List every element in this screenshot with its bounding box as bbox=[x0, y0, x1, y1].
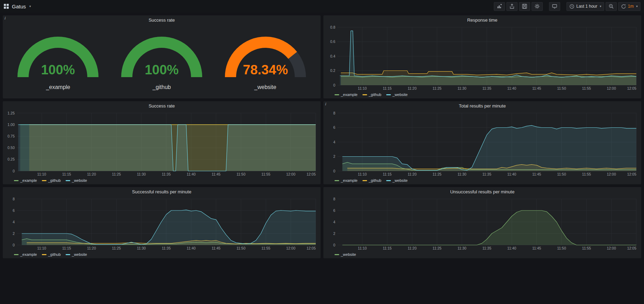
panel-header[interactable]: Successful results per minute bbox=[3, 187, 321, 196]
svg-text:11:35: 11:35 bbox=[482, 86, 491, 90]
chart-canvas-successful-per-minute[interactable]: 0246811:1011:1511:2011:2511:3011:3511:40… bbox=[4, 196, 319, 251]
svg-text:78.34%: 78.34% bbox=[243, 62, 288, 77]
legend-item-example[interactable]: _example bbox=[14, 252, 37, 257]
svg-text:11:35: 11:35 bbox=[482, 172, 491, 176]
share-dashboard-button[interactable] bbox=[506, 2, 518, 11]
legend-item-example[interactable]: _example bbox=[335, 178, 358, 183]
dashboard-title[interactable]: Gatus bbox=[12, 3, 26, 9]
panel-header[interactable]: Success rate bbox=[3, 101, 321, 110]
save-dashboard-button[interactable] bbox=[519, 2, 530, 11]
chart-canvas-response-time[interactable]: 00.20.40.60.811:1011:1511:2011:2511:3011… bbox=[325, 24, 640, 91]
time-range-picker-button[interactable]: Last 1 hour ▾ bbox=[566, 2, 604, 11]
svg-text:11:30: 11:30 bbox=[458, 86, 467, 90]
gauge-example: 100% _example bbox=[16, 30, 100, 90]
svg-text:0: 0 bbox=[333, 243, 335, 247]
panel-header[interactable]: Response time bbox=[323, 15, 641, 24]
panel-title[interactable]: Unsuccessful results per minute bbox=[450, 189, 514, 194]
legend-series-name: _website bbox=[72, 252, 87, 257]
legend-color-dash bbox=[363, 94, 367, 95]
svg-text:12:05: 12:05 bbox=[307, 172, 316, 176]
legend-item-github[interactable]: _github bbox=[42, 178, 61, 183]
svg-text:11:20: 11:20 bbox=[408, 86, 417, 90]
svg-text:11:50: 11:50 bbox=[557, 86, 566, 90]
svg-text:11:55: 11:55 bbox=[582, 86, 591, 90]
legend-series-name: _github bbox=[369, 92, 381, 97]
zoom-out-time-button[interactable] bbox=[606, 2, 617, 11]
legend-item-website[interactable]: _website bbox=[335, 252, 356, 257]
legend-color-dash bbox=[66, 180, 70, 181]
chart-svg[interactable]: 00.250.500.751.001.2511:1011:1511:2011:2… bbox=[4, 110, 319, 177]
svg-text:11:45: 11:45 bbox=[532, 246, 541, 250]
legend-item-website[interactable]: _website bbox=[386, 92, 408, 97]
dashboard-grid-icon[interactable] bbox=[3, 3, 9, 9]
gauge-github: 100% _github bbox=[120, 30, 204, 90]
svg-text:11:15: 11:15 bbox=[383, 86, 392, 90]
chart-canvas-success-rate[interactable]: 00.250.500.751.001.2511:1011:1511:2011:2… bbox=[4, 110, 319, 177]
chart-legend: _example_github_website bbox=[325, 91, 640, 98]
chart-svg[interactable]: 0246811:1011:1511:2011:2511:3011:3511:40… bbox=[325, 196, 640, 251]
legend-series-name: _website bbox=[341, 252, 356, 257]
svg-text:11:55: 11:55 bbox=[582, 172, 591, 176]
svg-text:12:05: 12:05 bbox=[627, 172, 636, 176]
chart-svg[interactable]: 0246811:1011:1511:2011:2511:3011:3511:40… bbox=[325, 110, 640, 177]
panel-title[interactable]: Success rate bbox=[148, 17, 175, 23]
legend-item-example[interactable]: _example bbox=[335, 92, 358, 97]
svg-text:12:00: 12:00 bbox=[607, 246, 616, 250]
svg-text:12:00: 12:00 bbox=[286, 172, 295, 176]
legend-item-website[interactable]: _website bbox=[66, 178, 87, 183]
chart-svg[interactable]: 0246811:1011:1511:2011:2511:3011:3511:40… bbox=[4, 196, 319, 251]
panel-info-icon[interactable]: i bbox=[325, 102, 326, 106]
legend-color-dash bbox=[14, 254, 19, 255]
gauge-row: 100% _example 100% _github 78.34% _websi… bbox=[3, 24, 321, 98]
panel-title[interactable]: Success rate bbox=[148, 103, 175, 109]
legend-series-name: _github bbox=[48, 252, 61, 257]
gauge-series-label: _website bbox=[254, 84, 276, 90]
svg-text:11:30: 11:30 bbox=[137, 246, 146, 250]
svg-text:0.75: 0.75 bbox=[8, 134, 15, 138]
svg-text:2: 2 bbox=[13, 231, 15, 236]
svg-text:8: 8 bbox=[13, 197, 15, 201]
svg-text:11:25: 11:25 bbox=[433, 246, 442, 250]
svg-text:11:40: 11:40 bbox=[507, 246, 517, 250]
chart-canvas-total-per-minute[interactable]: 0246811:1011:1511:2011:2511:3011:3511:40… bbox=[325, 110, 640, 177]
legend-item-website[interactable]: _website bbox=[386, 178, 408, 183]
tv-mode-button[interactable] bbox=[549, 2, 560, 11]
panel-title[interactable]: Successful results per minute bbox=[132, 189, 191, 194]
svg-text:11:20: 11:20 bbox=[87, 246, 96, 250]
legend-item-website[interactable]: _website bbox=[66, 252, 87, 257]
svg-text:11:55: 11:55 bbox=[582, 246, 591, 250]
svg-text:11:50: 11:50 bbox=[557, 172, 566, 176]
dashboard-settings-button[interactable] bbox=[532, 2, 543, 11]
legend-color-dash bbox=[386, 94, 391, 95]
svg-text:8: 8 bbox=[333, 197, 335, 201]
legend-item-github[interactable]: _github bbox=[363, 178, 381, 183]
legend-item-github[interactable]: _github bbox=[42, 252, 61, 257]
panel-title[interactable]: Response time bbox=[467, 17, 498, 23]
svg-text:11:30: 11:30 bbox=[458, 246, 467, 250]
dashboard-caret-down-icon[interactable]: ▾ bbox=[29, 5, 31, 8]
chart-svg[interactable]: 00.20.40.60.811:1011:1511:2011:2511:3011… bbox=[325, 24, 640, 91]
svg-text:11:35: 11:35 bbox=[162, 172, 171, 176]
svg-text:11:40: 11:40 bbox=[187, 172, 196, 176]
svg-text:11:30: 11:30 bbox=[458, 172, 467, 176]
svg-text:11:10: 11:10 bbox=[358, 246, 367, 250]
svg-text:11:40: 11:40 bbox=[507, 86, 517, 90]
panel-title[interactable]: Total results per minute bbox=[459, 103, 506, 109]
add-panel-button[interactable] bbox=[494, 2, 505, 11]
panel-header[interactable]: Success rate bbox=[3, 15, 321, 24]
svg-text:11:10: 11:10 bbox=[37, 246, 46, 250]
refresh-dashboard-button[interactable]: 1m ▾ bbox=[618, 2, 641, 11]
svg-text:100%: 100% bbox=[145, 62, 178, 77]
svg-text:11:10: 11:10 bbox=[358, 86, 367, 90]
panel-info-icon[interactable]: i bbox=[5, 16, 6, 20]
svg-text:0: 0 bbox=[333, 169, 335, 173]
chart-canvas-unsuccessful-per-minute[interactable]: 0246811:1011:1511:2011:2511:3011:3511:40… bbox=[325, 196, 640, 251]
legend-item-github[interactable]: _github bbox=[363, 92, 381, 97]
panel-header[interactable]: Unsuccessful results per minute bbox=[323, 187, 641, 196]
legend-color-dash bbox=[335, 254, 339, 255]
legend-item-example[interactable]: _example bbox=[14, 178, 37, 183]
legend-color-dash bbox=[335, 180, 339, 181]
svg-text:11:15: 11:15 bbox=[383, 246, 392, 250]
panel-header[interactable]: Total results per minute bbox=[323, 101, 641, 110]
legend-series-name: _github bbox=[369, 178, 381, 183]
